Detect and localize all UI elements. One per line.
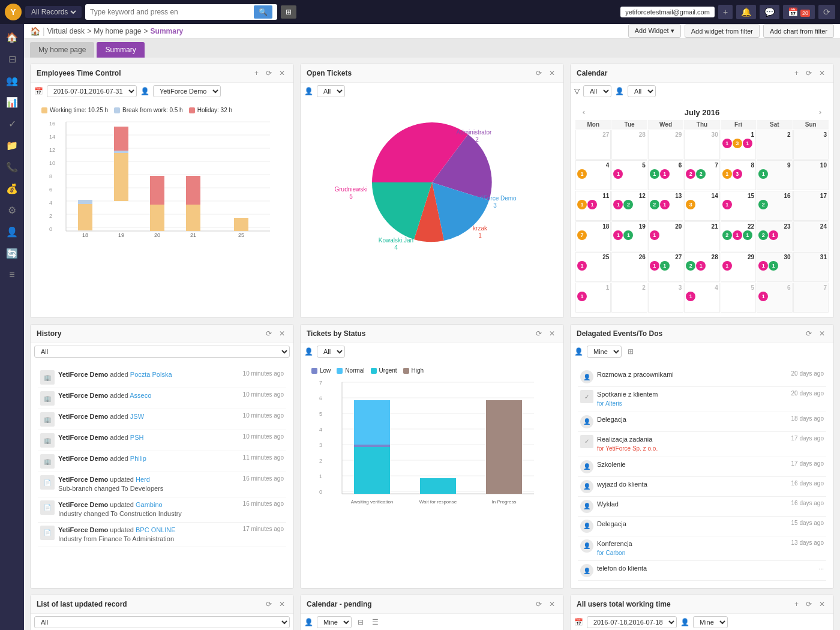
employees-add-btn[interactable]: + <box>252 68 261 79</box>
last-updated-refresh-btn[interactable]: ⟳ <box>263 599 274 610</box>
settings-button[interactable]: ⟳ <box>818 5 835 19</box>
cal-cell-jul29[interactable]: 291 <box>721 252 756 282</box>
cal-cell-jul16[interactable]: 162 <box>757 191 792 221</box>
history-filter-select[interactable]: All <box>34 346 290 358</box>
sidebar-contacts[interactable]: 👥 <box>2 71 22 90</box>
calendar-add-btn[interactable]: + <box>792 68 801 79</box>
records-select[interactable]: All Records <box>29 7 78 17</box>
last-updated-filter-select[interactable]: All <box>34 616 290 628</box>
cal-cell-jul3[interactable]: 3 <box>793 130 829 160</box>
cal-cell-aug7[interactable]: 7 <box>793 283 829 313</box>
add-widget-from-filter-button[interactable]: Add widget from filter <box>685 24 760 38</box>
cal-cell-jul11[interactable]: 1111 <box>575 191 611 221</box>
cal-cell-aug4[interactable]: 41 <box>684 283 719 313</box>
add-widget-button[interactable]: Add Widget ▾ <box>628 24 681 38</box>
cal-cell-jul9[interactable]: 91 <box>757 160 792 190</box>
logo[interactable]: Y <box>5 4 22 20</box>
cal-cell-jul18[interactable]: 187 <box>575 221 611 251</box>
cal-cell-jul31[interactable]: 31 <box>793 252 829 282</box>
tickets-refresh-btn[interactable]: ⟳ <box>533 68 544 79</box>
sidebar-tasks[interactable]: ✓ <box>2 114 22 133</box>
calendar-button[interactable]: 📅 20 <box>783 5 815 19</box>
calendar-prev-btn[interactable]: ‹ <box>580 107 587 118</box>
sidebar-gear[interactable]: ⚙ <box>2 200 22 220</box>
cal-cell-jul17[interactable]: 17 <box>793 191 829 221</box>
cal-cell-aug3[interactable]: 3 <box>648 283 683 313</box>
tab-myhomepage[interactable]: My home page <box>30 42 94 58</box>
cal-cell-aug6[interactable]: 61 <box>757 283 792 313</box>
search-input[interactable] <box>90 8 254 16</box>
cal-cell-aug2[interactable]: 2 <box>611 283 647 313</box>
chat-button[interactable]: 💬 <box>760 5 779 19</box>
sidebar-reports[interactable]: 📊 <box>2 92 22 112</box>
all-users-date-select[interactable]: 2016-07-18,2016-07-18 <box>587 616 677 628</box>
cal-cell-jul22[interactable]: 22211 <box>721 221 756 251</box>
user-select-employees[interactable]: YetiForce Demo <box>153 85 221 97</box>
cal-cell-jul30[interactable]: 3011 <box>757 252 792 282</box>
cal-cell-jun29[interactable]: 29 <box>648 130 683 160</box>
user-email[interactable]: yetiforcetestmail@gmail.com <box>620 7 715 17</box>
records-selector[interactable]: All Records <box>25 6 82 18</box>
search-button[interactable]: 🔍 <box>254 5 272 19</box>
cal-cell-jun27[interactable]: 27 <box>575 130 611 160</box>
cal-cell-jul23[interactable]: 2321 <box>757 221 792 251</box>
calendar-user-select[interactable]: All <box>628 85 656 97</box>
cal-cell-jul19[interactable]: 1911 <box>611 221 647 251</box>
sidebar-money[interactable]: 💰 <box>2 179 22 198</box>
tickets-status-refresh-btn[interactable]: ⟳ <box>533 328 544 339</box>
cal-cell-jul4[interactable]: 41 <box>575 160 611 190</box>
cal-cell-jul6[interactable]: 611 <box>648 160 683 190</box>
cal-cell-jun28[interactable]: 28 <box>611 130 647 160</box>
cal-cell-jul10[interactable]: 10 <box>793 160 829 190</box>
last-updated-close-btn[interactable]: ✕ <box>277 599 287 610</box>
all-users-refresh-btn[interactable]: ⟳ <box>803 599 814 610</box>
tab-summary[interactable]: Summary <box>97 42 144 58</box>
delegated-sort-btn[interactable]: ⊞ <box>625 346 636 357</box>
all-users-close-btn[interactable]: ✕ <box>817 599 827 610</box>
breadcrumb-myhomepage[interactable]: My home page <box>94 27 141 35</box>
sidebar-person[interactable]: 👤 <box>2 222 22 241</box>
calendar-filter-select[interactable]: All <box>583 85 611 97</box>
cal-pending-sort-btn[interactable]: ⊟ <box>355 617 366 628</box>
cal-cell-jul25[interactable]: 251 <box>575 252 611 282</box>
calendar-refresh-btn[interactable]: ⟳ <box>803 68 814 79</box>
cal-cell-jul26[interactable]: 26 <box>611 252 647 282</box>
cal-cell-jul14[interactable]: 143 <box>684 191 719 221</box>
sidebar-dashboard[interactable]: ⊟ <box>2 49 22 68</box>
cal-cell-jul27[interactable]: 2711 <box>648 252 683 282</box>
calendar-next-btn[interactable]: › <box>817 107 824 118</box>
cal-cell-jul12[interactable]: 1212 <box>611 191 647 221</box>
employees-refresh-btn[interactable]: ⟳ <box>263 68 274 79</box>
employees-close-btn[interactable]: ✕ <box>277 68 287 79</box>
add-button[interactable]: + <box>718 5 733 19</box>
delegated-filter-select[interactable]: Mine <box>587 346 622 358</box>
cal-pending-close-btn[interactable]: ✕ <box>547 599 557 610</box>
delegated-refresh-btn[interactable]: ⟳ <box>803 328 814 339</box>
history-refresh-btn[interactable]: ⟳ <box>263 328 274 339</box>
cal-cell-jul7[interactable]: 722 <box>684 160 719 190</box>
tickets-filter-select[interactable]: All <box>317 85 345 97</box>
sidebar-list[interactable]: ≡ <box>2 265 22 284</box>
cal-cell-aug1[interactable]: 11 <box>575 283 611 313</box>
cal-cell-jul1[interactable]: 1131 <box>721 130 756 160</box>
history-close-btn[interactable]: ✕ <box>277 328 287 339</box>
grid-view-button[interactable]: ⊞ <box>281 5 296 19</box>
cal-cell-jul21[interactable]: 21 <box>684 221 719 251</box>
tickets-status-filter-select[interactable]: All <box>317 346 345 358</box>
sidebar-projects[interactable]: 📁 <box>2 136 22 155</box>
all-users-filter-select[interactable]: Mine <box>693 616 728 628</box>
delegated-close-btn[interactable]: ✕ <box>817 328 827 339</box>
cal-cell-jul24[interactable]: 24 <box>793 221 829 251</box>
date-range-select[interactable]: 2016-07-01,2016-07-31 <box>47 85 137 97</box>
search-box[interactable]: 🔍 <box>85 4 277 20</box>
tickets-status-close-btn[interactable]: ✕ <box>547 328 557 339</box>
sidebar-home[interactable]: 🏠 <box>2 28 22 47</box>
cal-cell-aug5[interactable]: 5 <box>721 283 756 313</box>
cal-cell-jul13[interactable]: 1321 <box>648 191 683 221</box>
home-icon[interactable]: 🏠 <box>30 26 40 36</box>
cal-cell-jul15[interactable]: 151 <box>721 191 756 221</box>
add-chart-from-filter-button[interactable]: Add chart from filter <box>763 24 834 38</box>
sidebar-refresh[interactable]: 🔄 <box>2 244 22 263</box>
cal-cell-jul5[interactable]: 51 <box>611 160 647 190</box>
notifications-button[interactable]: 🔔 <box>736 5 756 19</box>
